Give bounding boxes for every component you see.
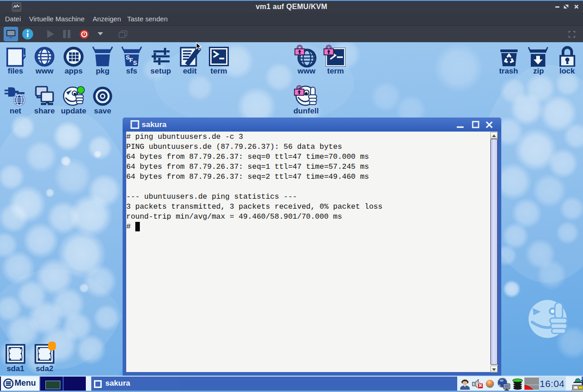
svg-text:S: S [133,59,137,66]
svg-text:F: F [129,57,133,64]
